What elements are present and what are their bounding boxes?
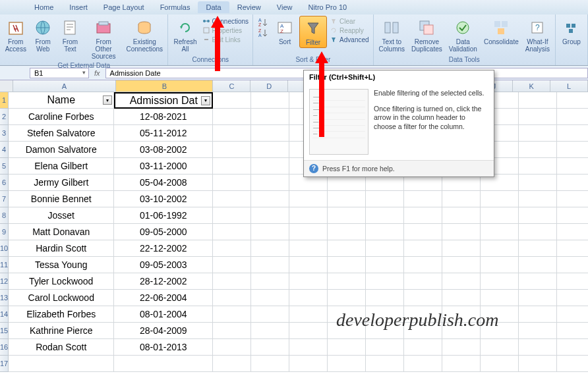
cell[interactable] — [519, 142, 557, 158]
cell[interactable]: Josset — [9, 207, 114, 224]
cell[interactable] — [328, 339, 366, 356]
cell[interactable] — [213, 109, 251, 125]
cell[interactable] — [557, 290, 588, 306]
tab-page-layout[interactable]: Page Layout — [96, 1, 152, 13]
cell[interactable] — [289, 273, 328, 290]
col-header-l[interactable]: L — [550, 80, 588, 92]
cell[interactable] — [366, 240, 404, 257]
cell[interactable] — [519, 125, 557, 142]
cell[interactable]: Name▾ — [9, 92, 114, 109]
cell[interactable] — [557, 92, 588, 109]
cell[interactable] — [519, 240, 557, 257]
remove-duplicates-button[interactable]: Remove Duplicates — [409, 16, 445, 54]
cell[interactable] — [519, 109, 557, 125]
cell[interactable] — [289, 191, 328, 207]
filter-dropdown-button[interactable]: ▾ — [103, 95, 112, 105]
cell[interactable]: Admission Dat▾ — [114, 92, 213, 109]
cell[interactable] — [442, 224, 481, 240]
col-header-c[interactable]: C — [213, 80, 250, 92]
cell[interactable]: Rodan Scott — [9, 339, 114, 356]
cell[interactable]: Damon Salvatore — [9, 142, 114, 158]
cell[interactable] — [213, 125, 251, 142]
cell[interactable] — [251, 224, 289, 240]
cell[interactable] — [366, 273, 404, 290]
cell[interactable]: 12-08-2021 — [114, 109, 213, 125]
cell[interactable]: 08-01-2013 — [114, 339, 213, 356]
sort-az-icon[interactable]: AZ — [257, 17, 269, 28]
row-header[interactable]: 9 — [0, 224, 9, 240]
cell[interactable] — [213, 356, 251, 372]
cell[interactable] — [404, 356, 442, 372]
cell[interactable] — [251, 323, 289, 339]
cell[interactable] — [519, 158, 557, 175]
cell[interactable] — [481, 224, 519, 240]
cell[interactable] — [442, 207, 481, 224]
cell[interactable] — [442, 257, 481, 273]
cell[interactable] — [519, 175, 557, 191]
cell[interactable]: Tessa Young — [9, 257, 114, 273]
cell[interactable] — [481, 207, 519, 224]
cell[interactable] — [557, 109, 588, 125]
cell[interactable] — [366, 339, 404, 356]
filter-button[interactable]: Filter — [299, 16, 327, 48]
tab-review[interactable]: Review — [229, 1, 269, 13]
cell[interactable] — [213, 158, 251, 175]
row-header[interactable]: 4 — [0, 142, 9, 158]
cell[interactable] — [213, 290, 251, 306]
cell[interactable]: Elizabeth Forbes — [9, 306, 114, 323]
cell[interactable]: Elena Gilbert — [9, 158, 114, 175]
advanced-button[interactable]: Advanced — [330, 36, 368, 43]
row-header[interactable]: 6 — [0, 175, 9, 191]
cell[interactable]: Kathrine Pierce — [9, 323, 114, 339]
cell[interactable] — [213, 224, 251, 240]
connections-button[interactable]: Connections — [202, 17, 249, 25]
cell[interactable] — [557, 224, 588, 240]
existing-connections-button[interactable]: Existing Connections — [124, 16, 165, 54]
cell[interactable] — [289, 339, 328, 356]
cell[interactable] — [481, 356, 519, 372]
cell[interactable]: 09-05-2000 — [114, 224, 213, 240]
cell[interactable] — [404, 257, 442, 273]
cell[interactable] — [481, 240, 519, 257]
cell[interactable] — [328, 240, 366, 257]
cell[interactable] — [519, 356, 557, 372]
cell[interactable]: 28-04-2009 — [114, 323, 213, 339]
cell[interactable] — [251, 273, 289, 290]
cell[interactable] — [557, 339, 588, 356]
cell[interactable] — [557, 125, 588, 142]
from-web-button[interactable]: From Web — [30, 16, 56, 54]
cell[interactable] — [251, 306, 289, 323]
cell[interactable] — [213, 323, 251, 339]
cell[interactable] — [519, 191, 557, 207]
cell[interactable] — [289, 290, 328, 306]
cell[interactable] — [481, 290, 519, 306]
cell[interactable] — [289, 240, 328, 257]
cell[interactable] — [251, 92, 289, 109]
cell[interactable] — [481, 191, 519, 207]
from-text-button[interactable]: From Text — [57, 16, 83, 54]
cell[interactable]: 03-10-2002 — [114, 191, 213, 207]
cell[interactable] — [289, 257, 328, 273]
from-access-button[interactable]: From Access — [3, 16, 29, 54]
cell[interactable] — [557, 158, 588, 175]
row-header[interactable]: 15 — [0, 323, 9, 339]
select-all-corner[interactable] — [0, 80, 13, 92]
row-header[interactable]: 17 — [0, 356, 9, 372]
cell[interactable]: 09-05-2003 — [114, 257, 213, 273]
cell[interactable] — [442, 339, 481, 356]
col-header-a[interactable]: A — [13, 80, 117, 92]
col-header-b[interactable]: B — [116, 80, 213, 92]
filter-dropdown-button[interactable]: ▾ — [201, 96, 210, 105]
cell[interactable] — [328, 224, 366, 240]
reapply-button[interactable]: Reapply — [330, 26, 368, 34]
row-header[interactable]: 10 — [0, 240, 9, 257]
col-header-k[interactable]: K — [513, 80, 550, 92]
cell[interactable] — [213, 339, 251, 356]
cell[interactable]: Caroline Forbes — [9, 109, 114, 125]
cell[interactable] — [251, 142, 289, 158]
tab-data[interactable]: Data — [198, 1, 229, 13]
cell[interactable]: Stefen Salvatore — [9, 125, 114, 142]
cell[interactable]: Hardin Scott — [9, 240, 114, 257]
tab-nitro[interactable]: Nitro Pro 10 — [300, 1, 355, 13]
row-header[interactable]: 2 — [0, 109, 9, 125]
